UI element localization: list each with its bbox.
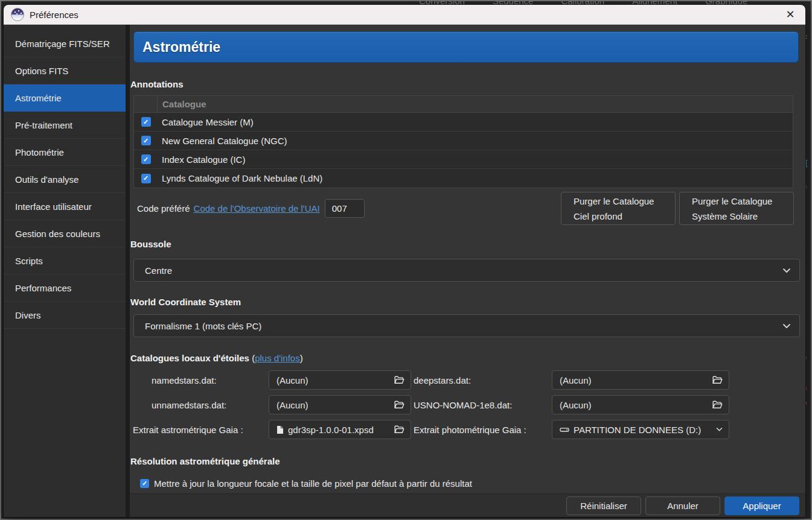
local-catalogues-heading: Catalogues locaux d'étoiles (plus d'info… <box>130 353 805 363</box>
desktop-background: Conversion Séquence Calibration Aligneme… <box>0 0 812 520</box>
catalogue-table: Catalogue ✓ Catalogue Messier (M) ✓ New … <box>133 95 793 188</box>
purge-button-line: Système Solaire <box>692 209 793 224</box>
catalogue-column-header: Catalogue <box>158 99 206 109</box>
namedstars-file-button[interactable]: (Aucun) <box>269 370 411 390</box>
check-icon: ✓ <box>143 175 149 182</box>
sidebar-item-scripts[interactable]: Scripts <box>4 247 126 274</box>
catalogue-label: Index Catalogue (IC) <box>158 154 245 165</box>
ngc-checkbox[interactable]: ✓ <box>141 136 151 145</box>
sidebar-item-misc[interactable]: Divers <box>4 302 126 329</box>
deepstars-label: deepstars.dat: <box>411 375 552 385</box>
purge-solar-system-button[interactable]: Purger le Catalogue Système Solaire <box>679 192 794 225</box>
gaia-photometric-drive-dropdown[interactable]: PARTITION DE DONNEES (D:) <box>552 420 729 439</box>
sidebar-item-performances[interactable]: Performances <box>4 274 126 302</box>
title-bar[interactable]: Préférences ✕ <box>4 5 805 25</box>
folder-open-icon <box>709 401 723 409</box>
purge-button-line: Ciel profond <box>574 209 675 224</box>
folder-open-icon <box>391 376 404 384</box>
preferred-code-row: Code préféré Code de l'Observatoire de l… <box>137 192 794 225</box>
compass-heading: Boussole <box>130 239 805 249</box>
checkbox-column-header <box>134 96 158 112</box>
wcs-dropdown[interactable]: Formalisme 1 (mots clés PC) <box>133 314 800 337</box>
purge-button-line: Purger le Catalogue <box>692 194 793 209</box>
preferences-dialog: Préférences ✕ Dématriçage FITS/SER Optio… <box>4 5 805 517</box>
window-title: Préférences <box>30 10 78 20</box>
sidebar-item-preprocessing[interactable]: Pré-traitement <box>4 112 126 139</box>
update-focal-label: Mettre à jour la longueur focale et la t… <box>154 478 472 489</box>
table-row[interactable]: ✓ New General Catalogue (NGC) <box>134 132 793 150</box>
folder-open-icon <box>391 401 404 409</box>
check-icon: ✓ <box>143 119 149 125</box>
table-row[interactable]: ✓ Lynds Catalogue of Dark Nebulae (LdN) <box>134 169 793 188</box>
drive-icon <box>560 426 569 433</box>
wcs-selected-value: Formalisme 1 (mots clés PC) <box>145 321 261 331</box>
wcs-heading: World Coordinate System <box>130 297 805 307</box>
deepstars-file-button[interactable]: (Aucun) <box>552 370 729 390</box>
usno-nomad-label: USNO-NOMAD-1e8.dat: <box>411 400 552 410</box>
sidebar-item-photometry[interactable]: Photométrie <box>4 139 126 166</box>
table-row[interactable]: ✓ Index Catalogue (IC) <box>134 150 793 169</box>
preferred-code-label: Code préféré <box>137 203 190 214</box>
catalogue-label: Lynds Catalogue of Dark Nebulae (LdN) <box>158 173 322 183</box>
file-value: (Aucun) <box>277 400 308 410</box>
chevron-down-icon <box>712 427 723 432</box>
table-row[interactable]: ✓ Catalogue Messier (M) <box>134 113 793 132</box>
usno-nomad-file-button[interactable]: (Aucun) <box>552 395 729 414</box>
catalogue-label: Catalogue Messier (M) <box>158 117 254 127</box>
sidebar: Dématriçage FITS/SER Options FITS Astrom… <box>4 25 130 517</box>
unnamedstars-label: unnamedstars.dat: <box>133 400 269 410</box>
close-icon: ✕ <box>785 9 794 20</box>
iau-observatory-code-link[interactable]: Code de l'Observatoire de l'UAI <box>194 203 320 214</box>
check-icon: ✓ <box>142 480 147 487</box>
close-button[interactable]: ✕ <box>781 6 799 23</box>
drive-value: PARTITION DE DONNEES (D:) <box>574 425 701 435</box>
document-icon <box>277 425 284 434</box>
file-value: gdr3sp-1.0.0-01.xpsd <box>288 425 374 435</box>
check-icon: ✓ <box>143 138 149 144</box>
purge-deep-sky-button[interactable]: Purger le Catalogue Ciel profond <box>561 192 676 225</box>
compass-selected-value: Centre <box>145 265 172 276</box>
sidebar-item-astrometry[interactable]: Astrométrie <box>4 84 126 112</box>
folder-open-icon <box>709 376 723 384</box>
dialog-body: Dématriçage FITS/SER Options FITS Astrom… <box>4 25 805 517</box>
chevron-down-icon <box>782 323 791 329</box>
purge-button-line: Purger le Catalogue <box>574 194 675 209</box>
gaia-astrometric-label: Extrait astrométrique Gaia : <box>133 425 269 435</box>
reset-button[interactable]: Réinitialiser <box>566 496 641 515</box>
page-title: Astrométrie <box>133 31 799 63</box>
ldn-checkbox[interactable]: ✓ <box>141 174 151 183</box>
dialog-footer: Réinitialiser Annuler Appliquer <box>130 493 805 517</box>
resolution-heading: Résolution astrométrique générale <box>130 456 805 466</box>
folder-open-icon <box>391 425 404 434</box>
gaia-astrometric-file-button[interactable]: gdr3sp-1.0.0-01.xpsd <box>269 420 411 439</box>
table-header: Catalogue <box>134 96 793 113</box>
namedstars-label: namedstars.dat: <box>133 375 269 385</box>
file-value: (Aucun) <box>277 375 308 385</box>
check-icon: ✓ <box>143 156 149 163</box>
file-value: (Aucun) <box>560 400 592 410</box>
catalogue-label: New General Catalogue (NGC) <box>158 136 287 146</box>
sidebar-item-fits-options[interactable]: Options FITS <box>4 57 126 84</box>
iau-code-input[interactable]: 007 <box>325 199 365 218</box>
annotations-heading: Annotations <box>130 79 805 89</box>
apply-button[interactable]: Appliquer <box>724 496 799 515</box>
messier-checkbox[interactable]: ✓ <box>141 117 151 127</box>
local-catalogues-grid: namedstars.dat: (Aucun) deepstars.dat: (… <box>130 370 805 439</box>
more-info-link[interactable]: plus d'infos <box>255 353 300 363</box>
sidebar-item-demosaicing[interactable]: Dématriçage FITS/SER <box>4 30 126 57</box>
sidebar-item-analysis-tools[interactable]: Outils d'analyse <box>4 166 126 193</box>
chevron-down-icon <box>782 268 791 273</box>
cancel-button[interactable]: Annuler <box>645 496 720 515</box>
ic-checkbox[interactable]: ✓ <box>141 154 151 164</box>
astrometry-panel: Astrométrie Annotations Catalogue ✓ Cata… <box>130 25 805 517</box>
edge-fragment: [ <box>805 158 808 167</box>
update-focal-checkbox[interactable]: ✓ <box>140 479 149 488</box>
gaia-photometric-label: Extrait photométrique Gaia : <box>411 425 552 435</box>
sidebar-item-user-interface[interactable]: Interface utilisateur <box>4 193 126 220</box>
local-catalogues-title: Catalogues locaux d'étoiles <box>130 353 249 363</box>
compass-dropdown[interactable]: Centre <box>133 259 800 282</box>
unnamedstars-file-button[interactable]: (Aucun) <box>269 395 411 414</box>
sidebar-item-color-management[interactable]: Gestion des couleurs <box>4 220 126 247</box>
siril-app-icon <box>11 8 24 21</box>
update-focal-row: ✓ Mettre à jour la longueur focale et la… <box>140 474 805 492</box>
